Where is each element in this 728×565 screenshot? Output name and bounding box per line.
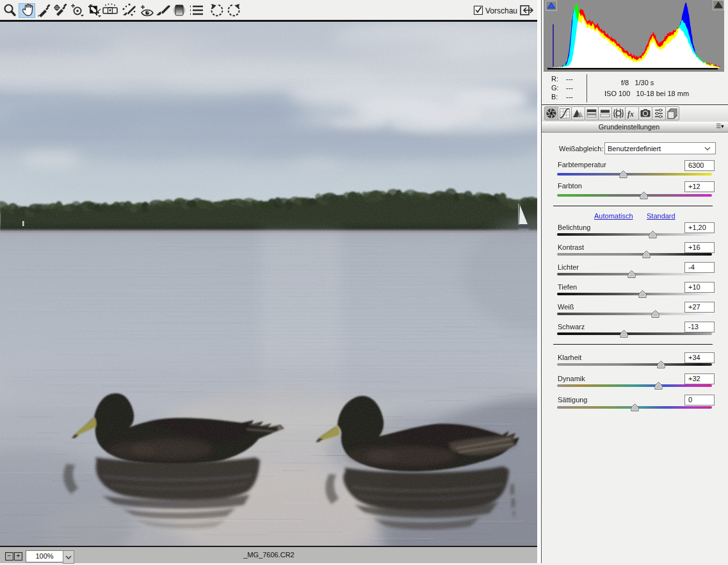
svg-text:fx: fx — [627, 110, 634, 119]
svg-text:Vorschau: Vorschau — [485, 6, 517, 15]
